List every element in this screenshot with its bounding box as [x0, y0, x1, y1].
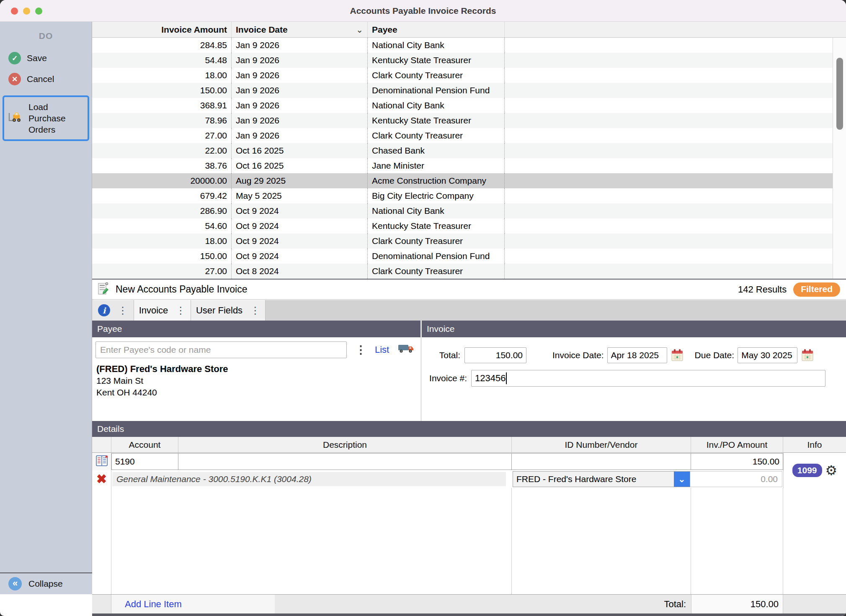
table-row[interactable]: 27.00Jan 9 2026Clark County Treasurer — [92, 128, 833, 143]
tab-info[interactable]: i ⋮ — [92, 300, 134, 321]
filler-cell — [505, 234, 833, 249]
save-button[interactable]: ✓ Save — [0, 48, 92, 69]
payee-cell: Kentucky State Treasurer — [368, 113, 505, 128]
records-table-header: Invoice Amount Invoice Date ⌄ Payee — [92, 22, 846, 38]
delete-line-icon[interactable]: ✖ — [96, 473, 107, 485]
amt-cell: 150.00 — [92, 249, 232, 264]
payee-search-input[interactable] — [95, 341, 347, 358]
table-row[interactable]: 18.00Oct 9 2024Clark County Treasurer — [92, 234, 833, 249]
load-purchase-orders-button[interactable]: Load Purchase Orders — [3, 95, 89, 141]
table-row[interactable]: 22.00Oct 16 2025Chased Bank — [92, 143, 833, 158]
table-row[interactable]: 78.96Jan 9 2026Kentucky State Treasurer — [92, 113, 833, 128]
filler-cell — [505, 128, 833, 143]
payee-kebab-icon[interactable]: ⋮ — [355, 343, 366, 357]
date-cell: Oct 9 2024 — [232, 218, 368, 234]
window-title: Accounts Payable Invoice Records — [0, 0, 846, 22]
table-row[interactable]: 368.91Jan 9 2026National City Bank — [92, 98, 833, 113]
table-row[interactable]: 54.60Oct 9 2024Kentucky State Treasurer — [92, 218, 833, 234]
kebab-icon[interactable]: ⋮ — [250, 305, 260, 316]
window-bottom-edge — [92, 613, 846, 616]
line-amount-input[interactable] — [691, 453, 783, 470]
vendor-dropdown[interactable]: FRED - Fred's Hardware Store ⌄ — [513, 471, 690, 487]
filler-cell — [505, 98, 833, 113]
table-row[interactable]: 54.48Jan 9 2026Kentucky State Treasurer — [92, 53, 833, 68]
payee-cell: National City Bank — [368, 98, 505, 113]
details-line-item: ✖ General Maintenance - 3000.5190.K.K1 (… — [92, 453, 846, 488]
id-number-vendor-input[interactable] — [512, 453, 691, 470]
table-row[interactable]: 20000.00Aug 29 2025Acme Construction Com… — [92, 173, 833, 188]
column-header-payee[interactable]: Payee — [368, 22, 505, 37]
invoice-date-input[interactable] — [607, 347, 667, 363]
due-date-calendar-button[interactable] — [801, 349, 814, 362]
account-lookup-icon[interactable] — [95, 455, 108, 468]
date-cell: Oct 9 2024 — [232, 203, 368, 218]
expense-account-summary: General Maintenance - 3000.5190.K.K1 (30… — [112, 472, 506, 486]
badge-1099[interactable]: 1099 — [792, 464, 822, 477]
payee-cell: National City Bank — [368, 38, 505, 53]
invoice-number-input[interactable]: 123456 — [471, 370, 825, 387]
new-invoice-icon — [97, 282, 111, 298]
info-icon: i — [98, 304, 110, 316]
details-column-vendor: ID Number/Vendor — [512, 437, 691, 452]
account-input[interactable] — [111, 453, 178, 470]
amt-cell: 286.90 — [92, 203, 232, 218]
table-row[interactable]: 38.76Oct 16 2025Jane Minister — [92, 158, 833, 173]
payee-address-line1: 123 Main St — [96, 375, 420, 387]
details-column-icon — [92, 437, 111, 452]
kebab-icon[interactable]: ⋮ — [118, 305, 128, 316]
table-row[interactable]: 18.00Jan 9 2026Clark County Treasurer — [92, 68, 833, 83]
payee-panel: Payee ⋮ List (FRED) Fred's Hardware Stor… — [92, 321, 420, 421]
tab-user-fields[interactable]: User Fields ⋮ — [191, 300, 266, 321]
due-date-input[interactable] — [738, 347, 797, 363]
payee-cell: Clark County Treasurer — [368, 234, 505, 249]
cancel-label: Cancel — [27, 74, 54, 84]
date-cell: Jan 9 2026 — [232, 68, 368, 83]
filler-cell — [505, 113, 833, 128]
filler-cell — [505, 38, 833, 53]
description-input[interactable] — [178, 453, 512, 470]
payee-address-line2: Kent OH 44240 — [96, 387, 420, 398]
total-input[interactable] — [464, 347, 526, 363]
column-header-invoice-date[interactable]: Invoice Date ⌄ — [232, 22, 368, 37]
truck-icon[interactable] — [397, 343, 415, 357]
invoice-panel: Invoice Total: Invoice Date: Due Date: — [422, 321, 846, 421]
amt-cell: 22.00 — [92, 143, 232, 158]
kebab-icon[interactable]: ⋮ — [175, 305, 186, 316]
amt-cell: 150.00 — [92, 83, 232, 98]
date-cell: Jan 9 2026 — [232, 113, 368, 128]
table-row[interactable]: 150.00Jan 9 2026Denominational Pension F… — [92, 83, 833, 98]
invoice-date-calendar-button[interactable] — [671, 349, 684, 362]
table-row[interactable]: 27.00Oct 8 2024Clark County Treasurer — [92, 264, 833, 279]
vendor-dropdown-button[interactable]: ⌄ — [674, 472, 690, 487]
payee-list-link[interactable]: List — [375, 344, 389, 355]
column-header-invoice-amount[interactable]: Invoice Amount — [92, 22, 232, 37]
tab-invoice[interactable]: Invoice ⋮ — [134, 300, 191, 321]
filler-cell — [505, 83, 833, 98]
table-row[interactable]: 286.90Oct 9 2024National City Bank — [92, 203, 833, 218]
payee-panel-header: Payee — [92, 321, 420, 337]
filtered-badge[interactable]: Filtered — [793, 282, 840, 297]
amt-cell: 18.00 — [92, 68, 232, 83]
add-line-item-link[interactable]: Add Line Item — [125, 599, 182, 610]
new-invoice-title: New Accounts Payable Invoice — [116, 284, 248, 295]
date-cell: Jan 9 2026 — [232, 53, 368, 68]
payee-cell: Chased Bank — [368, 143, 505, 158]
amt-cell: 78.96 — [92, 113, 232, 128]
records-scrollbar-thumb[interactable] — [836, 58, 843, 130]
invoice-panel-header: Invoice — [422, 321, 846, 337]
table-row[interactable]: 284.85Jan 9 2026National City Bank — [92, 38, 833, 53]
gear-icon[interactable]: ⚙ — [825, 464, 838, 477]
cancel-button[interactable]: ✕ Cancel — [0, 69, 92, 90]
date-cell: May 5 2025 — [232, 188, 368, 203]
table-row[interactable]: 679.42May 5 2025Big City Electric Compan… — [92, 188, 833, 203]
results-count: 142 Results — [738, 284, 787, 295]
table-row[interactable]: 150.00Oct 9 2024Denominational Pension F… — [92, 249, 833, 264]
date-cell: Jan 9 2026 — [232, 83, 368, 98]
filler-cell — [505, 53, 833, 68]
payee-name: (FRED) Fred's Hardware Store — [96, 363, 420, 375]
forklift-icon — [8, 111, 24, 126]
records-scrollbar-track[interactable] — [833, 38, 846, 279]
title-bar: Accounts Payable Invoice Records — [0, 0, 846, 22]
amt-cell: 27.00 — [92, 128, 232, 143]
collapse-sidebar-button[interactable]: « Collapse — [0, 572, 92, 594]
